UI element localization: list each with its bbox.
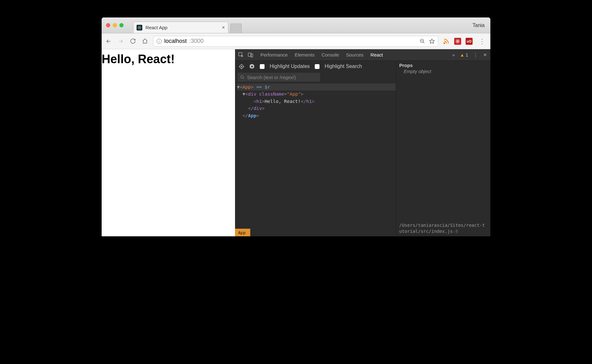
devtools-body: Highlight Updates Highlight Search Searc… — [235, 61, 490, 236]
browser-toolbar: i localhost:3000 uO ⋮ — [102, 33, 490, 49]
devtools-close-icon[interactable]: ✕ — [483, 52, 487, 58]
source-line: :6 — [453, 229, 458, 234]
tab-sources[interactable]: Sources — [346, 52, 363, 57]
devtools-menu-icon[interactable]: ⋮ — [473, 52, 478, 58]
breadcrumb[interactable]: App — [235, 229, 250, 236]
component-tree-column: Highlight Updates Highlight Search Searc… — [235, 61, 396, 236]
props-header: Props — [399, 63, 487, 68]
omnibox-actions — [420, 38, 435, 44]
back-button[interactable] — [105, 38, 112, 44]
tab-elements[interactable]: Elements — [295, 52, 315, 57]
page-heading: Hello, React! — [102, 52, 235, 66]
react-devtools-extension-icon[interactable] — [454, 38, 461, 45]
svg-point-22 — [241, 76, 243, 78]
zoom-icon[interactable] — [420, 38, 425, 44]
tab-close-icon[interactable]: × — [222, 25, 225, 30]
close-window-button[interactable] — [106, 23, 110, 27]
tab-title: React App — [145, 25, 167, 30]
props-panel: Props Empty object /Users/taniarascia/Si… — [396, 61, 490, 236]
svg-line-6 — [423, 42, 424, 43]
reload-button[interactable] — [129, 38, 137, 44]
profile-name[interactable]: Tania — [473, 23, 485, 28]
home-button[interactable] — [141, 38, 149, 44]
window-controls — [106, 23, 124, 27]
url-port: :3000 — [189, 38, 204, 44]
target-icon[interactable] — [239, 64, 244, 69]
svg-point-17 — [241, 66, 242, 67]
inspect-element-icon[interactable] — [238, 52, 244, 58]
tab-console[interactable]: Console — [321, 52, 339, 57]
highlight-search-checkbox[interactable] — [315, 64, 320, 69]
tab-performance[interactable]: Performance — [260, 52, 288, 57]
warnings-badge[interactable]: ▲ 1 — [460, 52, 468, 57]
bookmark-star-icon[interactable] — [429, 38, 435, 44]
browser-tab-background[interactable] — [230, 24, 242, 33]
devtools-panel: Performance Elements Console Sources Rea… — [235, 49, 490, 236]
react-favicon-icon — [137, 25, 142, 30]
tree-row-app[interactable]: ▼<App> == $r — [237, 84, 396, 91]
svg-line-23 — [243, 78, 244, 79]
content-area: Hello, React! Performance Elements Conso… — [102, 49, 490, 236]
highlight-search-label: Highlight Search — [325, 64, 362, 69]
tabs-overflow-icon[interactable]: » — [452, 52, 455, 57]
component-tree[interactable]: ▼<App> == $r ▼<div className="App"> <h1>… — [235, 84, 396, 229]
svg-marker-7 — [430, 39, 434, 43]
rss-extension-icon[interactable] — [443, 38, 450, 45]
component-search-input[interactable]: Search (text or /regex/) — [238, 73, 320, 82]
site-info-icon[interactable]: i — [157, 39, 162, 44]
ublock-extension-icon[interactable]: uO — [466, 38, 473, 45]
device-toolbar-icon[interactable] — [248, 52, 253, 58]
highlight-updates-checkbox[interactable] — [260, 64, 265, 69]
source-path: /Users/taniarascia/Sites/react-tutorial/… — [399, 222, 487, 234]
svg-point-8 — [444, 43, 445, 44]
page-viewport: Hello, React! — [102, 49, 235, 236]
svg-point-0 — [139, 27, 140, 28]
address-bar[interactable]: i localhost:3000 — [153, 36, 438, 47]
settings-gear-icon[interactable] — [249, 64, 255, 69]
warning-icon: ▲ — [460, 52, 464, 57]
props-empty: Empty object — [399, 69, 487, 74]
search-icon — [240, 75, 245, 79]
browser-menu-icon[interactable]: ⋮ — [479, 37, 485, 45]
browser-window: React App × Tania i localhost:3000 — [102, 17, 490, 236]
tab-react[interactable]: React — [370, 52, 383, 57]
warning-count: 1 — [466, 52, 468, 57]
devtools-tabstrip: Performance Elements Console Sources Rea… — [235, 49, 490, 61]
tree-row-app-close[interactable]: </App> — [237, 112, 396, 119]
tree-row-div[interactable]: ▼<div className="App"> — [237, 91, 396, 98]
svg-point-9 — [457, 41, 458, 42]
search-placeholder: Search (text or /regex/) — [247, 75, 296, 80]
tree-row-h1[interactable]: <h1>Hello, React!</h1> — [237, 98, 396, 105]
react-toolbar: Highlight Updates Highlight Search — [235, 61, 396, 72]
tree-row-div-close[interactable]: </div> — [237, 105, 396, 112]
highlight-updates-label: Highlight Updates — [270, 64, 310, 69]
maximize-window-button[interactable] — [119, 23, 124, 27]
source-path-text: /Users/taniarascia/Sites/react-tutorial/… — [399, 223, 485, 234]
url-host: localhost — [164, 38, 187, 44]
forward-button[interactable] — [117, 38, 124, 44]
browser-tab-active[interactable]: React App × — [133, 22, 228, 33]
minimize-window-button[interactable] — [113, 23, 117, 27]
titlebar: React App × Tania — [102, 17, 490, 33]
